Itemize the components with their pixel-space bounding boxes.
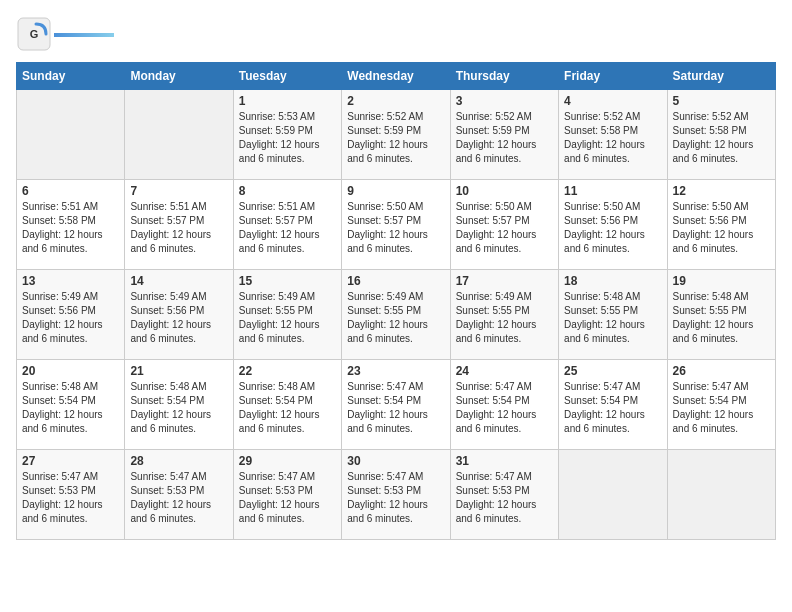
cell-info: Sunrise: 5:52 AM Sunset: 5:58 PM Dayligh…: [564, 110, 661, 166]
day-number: 19: [673, 274, 770, 288]
day-number: 5: [673, 94, 770, 108]
calendar-cell: 18 Sunrise: 5:48 AM Sunset: 5:55 PM Dayl…: [559, 270, 667, 360]
daylight-text: Daylight: 12 hours and 6 minutes.: [22, 229, 103, 254]
sunrise-text: Sunrise: 5:47 AM: [347, 471, 423, 482]
cell-info: Sunrise: 5:48 AM Sunset: 5:55 PM Dayligh…: [564, 290, 661, 346]
daylight-text: Daylight: 12 hours and 6 minutes.: [239, 409, 320, 434]
daylight-text: Daylight: 12 hours and 6 minutes.: [347, 499, 428, 524]
day-number: 28: [130, 454, 227, 468]
cell-info: Sunrise: 5:49 AM Sunset: 5:55 PM Dayligh…: [347, 290, 444, 346]
cell-info: Sunrise: 5:49 AM Sunset: 5:56 PM Dayligh…: [22, 290, 119, 346]
sunrise-text: Sunrise: 5:47 AM: [456, 381, 532, 392]
day-number: 15: [239, 274, 336, 288]
day-number: 23: [347, 364, 444, 378]
calendar-cell: 21 Sunrise: 5:48 AM Sunset: 5:54 PM Dayl…: [125, 360, 233, 450]
sunrise-text: Sunrise: 5:47 AM: [564, 381, 640, 392]
day-number: 30: [347, 454, 444, 468]
cell-info: Sunrise: 5:49 AM Sunset: 5:55 PM Dayligh…: [456, 290, 553, 346]
sunrise-text: Sunrise: 5:49 AM: [456, 291, 532, 302]
sunset-text: Sunset: 5:54 PM: [130, 395, 204, 406]
calendar-cell: 14 Sunrise: 5:49 AM Sunset: 5:56 PM Dayl…: [125, 270, 233, 360]
sunrise-text: Sunrise: 5:50 AM: [347, 201, 423, 212]
sunrise-text: Sunrise: 5:53 AM: [239, 111, 315, 122]
logo: G: [16, 16, 114, 52]
day-number: 18: [564, 274, 661, 288]
cell-info: Sunrise: 5:47 AM Sunset: 5:54 PM Dayligh…: [673, 380, 770, 436]
cell-info: Sunrise: 5:51 AM Sunset: 5:57 PM Dayligh…: [239, 200, 336, 256]
day-number: 10: [456, 184, 553, 198]
calendar-cell: 15 Sunrise: 5:49 AM Sunset: 5:55 PM Dayl…: [233, 270, 341, 360]
daylight-text: Daylight: 12 hours and 6 minutes.: [239, 229, 320, 254]
weekday-header-tuesday: Tuesday: [233, 63, 341, 90]
calendar-cell: 7 Sunrise: 5:51 AM Sunset: 5:57 PM Dayli…: [125, 180, 233, 270]
day-number: 21: [130, 364, 227, 378]
daylight-text: Daylight: 12 hours and 6 minutes.: [564, 319, 645, 344]
cell-info: Sunrise: 5:50 AM Sunset: 5:56 PM Dayligh…: [564, 200, 661, 256]
calendar-cell: 4 Sunrise: 5:52 AM Sunset: 5:58 PM Dayli…: [559, 90, 667, 180]
sunrise-text: Sunrise: 5:47 AM: [130, 471, 206, 482]
calendar-cell: 16 Sunrise: 5:49 AM Sunset: 5:55 PM Dayl…: [342, 270, 450, 360]
cell-info: Sunrise: 5:47 AM Sunset: 5:53 PM Dayligh…: [347, 470, 444, 526]
sunrise-text: Sunrise: 5:47 AM: [239, 471, 315, 482]
weekday-header-row: SundayMondayTuesdayWednesdayThursdayFrid…: [17, 63, 776, 90]
daylight-text: Daylight: 12 hours and 6 minutes.: [564, 409, 645, 434]
calendar-cell: [17, 90, 125, 180]
calendar-cell: 13 Sunrise: 5:49 AM Sunset: 5:56 PM Dayl…: [17, 270, 125, 360]
weekday-header-thursday: Thursday: [450, 63, 558, 90]
cell-info: Sunrise: 5:51 AM Sunset: 5:58 PM Dayligh…: [22, 200, 119, 256]
cell-info: Sunrise: 5:50 AM Sunset: 5:57 PM Dayligh…: [456, 200, 553, 256]
day-number: 8: [239, 184, 336, 198]
cell-info: Sunrise: 5:48 AM Sunset: 5:54 PM Dayligh…: [130, 380, 227, 436]
cell-info: Sunrise: 5:49 AM Sunset: 5:56 PM Dayligh…: [130, 290, 227, 346]
daylight-text: Daylight: 12 hours and 6 minutes.: [456, 139, 537, 164]
calendar-header: SundayMondayTuesdayWednesdayThursdayFrid…: [17, 63, 776, 90]
sunset-text: Sunset: 5:55 PM: [239, 305, 313, 316]
daylight-text: Daylight: 12 hours and 6 minutes.: [347, 229, 428, 254]
sunrise-text: Sunrise: 5:49 AM: [22, 291, 98, 302]
cell-info: Sunrise: 5:48 AM Sunset: 5:54 PM Dayligh…: [22, 380, 119, 436]
day-number: 27: [22, 454, 119, 468]
daylight-text: Daylight: 12 hours and 6 minutes.: [673, 139, 754, 164]
daylight-text: Daylight: 12 hours and 6 minutes.: [130, 229, 211, 254]
sunset-text: Sunset: 5:54 PM: [456, 395, 530, 406]
calendar-cell: 20 Sunrise: 5:48 AM Sunset: 5:54 PM Dayl…: [17, 360, 125, 450]
sunrise-text: Sunrise: 5:48 AM: [673, 291, 749, 302]
day-number: 16: [347, 274, 444, 288]
day-number: 9: [347, 184, 444, 198]
daylight-text: Daylight: 12 hours and 6 minutes.: [239, 499, 320, 524]
daylight-text: Daylight: 12 hours and 6 minutes.: [22, 409, 103, 434]
day-number: 14: [130, 274, 227, 288]
weekday-header-monday: Monday: [125, 63, 233, 90]
day-number: 2: [347, 94, 444, 108]
day-number: 26: [673, 364, 770, 378]
sunset-text: Sunset: 5:53 PM: [130, 485, 204, 496]
page-header: G: [16, 16, 776, 52]
sunset-text: Sunset: 5:55 PM: [456, 305, 530, 316]
calendar-cell: 1 Sunrise: 5:53 AM Sunset: 5:59 PM Dayli…: [233, 90, 341, 180]
svg-text:G: G: [30, 28, 39, 40]
daylight-text: Daylight: 12 hours and 6 minutes.: [22, 319, 103, 344]
sunset-text: Sunset: 5:56 PM: [130, 305, 204, 316]
sunrise-text: Sunrise: 5:48 AM: [564, 291, 640, 302]
day-number: 6: [22, 184, 119, 198]
day-number: 7: [130, 184, 227, 198]
calendar-cell: 2 Sunrise: 5:52 AM Sunset: 5:59 PM Dayli…: [342, 90, 450, 180]
sunrise-text: Sunrise: 5:49 AM: [347, 291, 423, 302]
sunrise-text: Sunrise: 5:49 AM: [130, 291, 206, 302]
daylight-text: Daylight: 12 hours and 6 minutes.: [673, 319, 754, 344]
calendar-cell: 3 Sunrise: 5:52 AM Sunset: 5:59 PM Dayli…: [450, 90, 558, 180]
cell-info: Sunrise: 5:47 AM Sunset: 5:53 PM Dayligh…: [456, 470, 553, 526]
calendar-week-1: 1 Sunrise: 5:53 AM Sunset: 5:59 PM Dayli…: [17, 90, 776, 180]
sunset-text: Sunset: 5:53 PM: [456, 485, 530, 496]
sunrise-text: Sunrise: 5:49 AM: [239, 291, 315, 302]
calendar-cell: 5 Sunrise: 5:52 AM Sunset: 5:58 PM Dayli…: [667, 90, 775, 180]
sunrise-text: Sunrise: 5:47 AM: [347, 381, 423, 392]
cell-info: Sunrise: 5:48 AM Sunset: 5:55 PM Dayligh…: [673, 290, 770, 346]
calendar-cell: 30 Sunrise: 5:47 AM Sunset: 5:53 PM Dayl…: [342, 450, 450, 540]
day-number: 13: [22, 274, 119, 288]
sunrise-text: Sunrise: 5:50 AM: [673, 201, 749, 212]
daylight-text: Daylight: 12 hours and 6 minutes.: [239, 139, 320, 164]
cell-info: Sunrise: 5:49 AM Sunset: 5:55 PM Dayligh…: [239, 290, 336, 346]
day-number: 24: [456, 364, 553, 378]
sunset-text: Sunset: 5:56 PM: [564, 215, 638, 226]
